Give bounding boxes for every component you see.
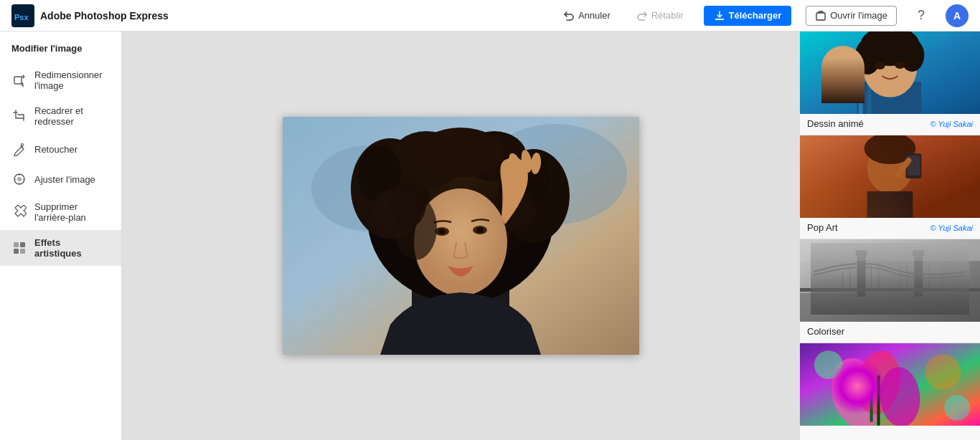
svg-rect-9	[14, 249, 19, 254]
svg-point-43	[855, 39, 881, 75]
svg-rect-7	[14, 242, 19, 247]
portrait-svg	[283, 117, 639, 355]
svg-point-30	[438, 229, 446, 234]
effect-card-animated[interactable]: Dessin animé © Yuji Sakai	[800, 32, 980, 135]
redo-icon	[636, 10, 648, 21]
svg-rect-52	[907, 156, 920, 176]
open-icon	[815, 10, 826, 21]
effect-name-popart: Pop Art	[807, 222, 838, 233]
svg-point-74	[925, 354, 961, 390]
svg-point-45	[875, 62, 885, 70]
vibrant-thumb-svg	[800, 343, 980, 426]
svg-rect-39	[859, 82, 863, 114]
sidebar-label-remove-bg: Supprimer l'arrière-plan	[34, 201, 110, 223]
svg-point-48	[867, 142, 913, 193]
sidebar-item-crop[interactable]: Recadrer et redresser	[0, 98, 121, 134]
app-title: Adobe Photoshop Express	[40, 10, 169, 21]
canvas-area	[122, 32, 799, 440]
open-image-button[interactable]: Ouvrir l'image	[806, 6, 897, 26]
effect-label-colorize: Coloriser	[800, 322, 980, 343]
sidebar-item-adjust[interactable]: Ajuster l'image	[0, 164, 121, 194]
effect-credit-animated: © Yuji Sakai	[930, 120, 973, 128]
effect-thumbnail-vibrant	[800, 343, 980, 426]
svg-point-49	[864, 135, 916, 164]
photo-container	[283, 117, 639, 355]
sidebar-item-retouch[interactable]: Retoucher	[0, 134, 121, 164]
credit-prefix-0: ©	[930, 120, 936, 128]
avatar-letter: A	[953, 10, 961, 21]
main-photo	[283, 117, 639, 355]
svg-point-75	[944, 395, 970, 421]
svg-rect-8	[20, 242, 25, 247]
sidebar-label-effects: Effets artistiques	[34, 237, 110, 259]
effect-thumbnail-colorize	[800, 239, 980, 322]
effect-name-colorize: Coloriser	[807, 326, 844, 337]
effect-label-animated: Dessin animé © Yuji Sakai	[800, 114, 980, 135]
resize-icon	[11, 72, 27, 88]
svg-point-31	[476, 227, 484, 233]
svg-rect-47	[800, 135, 980, 218]
svg-point-6	[17, 177, 22, 181]
animated-thumb-svg	[800, 32, 980, 114]
svg-rect-51	[905, 153, 921, 178]
sidebar: Modifier l'image Redimensionner l'image …	[0, 32, 122, 440]
effect-card-vibrant[interactable]	[800, 343, 980, 436]
app-header: Psx Adobe Photoshop Express Annuler Réta…	[0, 0, 980, 32]
sidebar-label-adjust: Ajuster l'image	[34, 174, 95, 185]
sidebar-label-crop: Recadrer et redresser	[34, 105, 110, 127]
sidebar-item-effects[interactable]: Effets artistiques	[0, 230, 121, 266]
svg-text:Psx: Psx	[14, 13, 29, 21]
svg-rect-55	[857, 254, 866, 297]
main-content: Modifier l'image Redimensionner l'image …	[0, 32, 980, 440]
download-button[interactable]: Télécharger	[704, 6, 792, 26]
effects-icon	[11, 240, 27, 256]
effect-label-vibrant	[800, 426, 980, 436]
sidebar-item-remove-bg[interactable]: Supprimer l'arrière-plan	[0, 194, 121, 230]
svg-rect-68	[800, 239, 980, 261]
redo-label: Rétablir	[651, 10, 684, 21]
download-label: Télécharger	[729, 10, 782, 21]
credit-author-1: Yuji Sakai	[938, 224, 973, 232]
svg-rect-3	[14, 77, 22, 84]
help-icon: ?	[918, 8, 925, 23]
svg-rect-2	[816, 13, 825, 20]
open-image-label: Ouvrir l'image	[830, 10, 887, 21]
svg-point-73	[814, 350, 843, 379]
user-avatar-button[interactable]: A	[946, 4, 969, 27]
help-button[interactable]: ?	[911, 6, 931, 26]
effect-card-popart[interactable]: Pop Art © Yuji Sakai	[800, 135, 980, 239]
undo-label: Annuler	[578, 10, 611, 21]
logo-area: Psx Adobe Photoshop Express	[11, 4, 557, 27]
svg-rect-10	[20, 249, 25, 254]
svg-rect-57	[856, 250, 867, 256]
sidebar-item-resize[interactable]: Redimensionner l'image	[0, 62, 121, 98]
right-panel: Dessin animé © Yuji Sakai	[799, 32, 980, 440]
sidebar-label-retouch: Retoucher	[34, 144, 77, 155]
header-actions: Annuler Rétablir Télécharger Ouvrir l'im…	[557, 4, 969, 27]
effect-thumbnail-animated	[800, 32, 980, 114]
svg-point-46	[895, 62, 905, 69]
effect-name-animated: Dessin animé	[807, 118, 864, 129]
undo-button[interactable]: Annuler	[557, 7, 616, 24]
sidebar-section-title: Modifier l'image	[0, 43, 121, 62]
svg-rect-56	[914, 254, 923, 297]
download-icon	[714, 10, 725, 21]
redo-button[interactable]: Rétablir	[631, 7, 689, 24]
remove-bg-icon	[11, 204, 27, 220]
svg-rect-67	[800, 288, 980, 292]
crop-icon	[11, 108, 27, 124]
effect-label-popart: Pop Art © Yuji Sakai	[800, 218, 980, 239]
credit-author-0: Yuji Sakai	[938, 120, 973, 128]
retouch-icon	[11, 141, 27, 157]
svg-rect-54	[800, 293, 980, 322]
svg-point-4	[22, 144, 24, 146]
svg-rect-58	[913, 250, 924, 256]
effect-card-colorize[interactable]: Coloriser	[800, 239, 980, 343]
sidebar-label-resize: Redimensionner l'image	[34, 70, 110, 91]
credit-prefix-1: ©	[930, 224, 936, 232]
undo-icon	[563, 10, 575, 21]
app-logo-icon: Psx	[11, 4, 34, 27]
effect-thumbnail-popart	[800, 135, 980, 218]
svg-rect-53	[800, 239, 980, 322]
svg-rect-50	[867, 191, 913, 218]
